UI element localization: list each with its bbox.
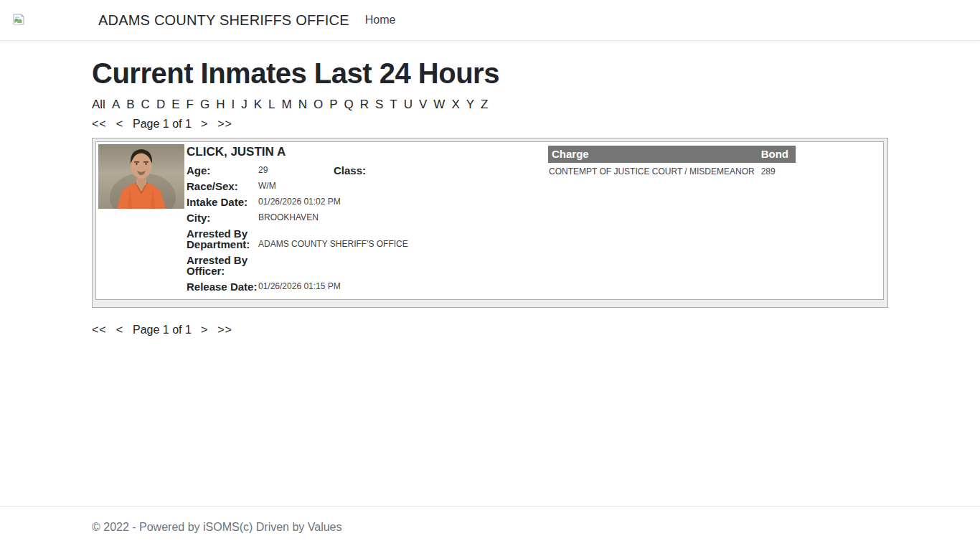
- alpha-link-k[interactable]: K: [254, 98, 262, 112]
- city-value: BROOKHAVEN: [258, 212, 466, 223]
- class-label: Class:: [334, 165, 366, 176]
- age-label: Age:: [187, 165, 258, 176]
- detail-row-intake-date: Intake Date: 01/26/2026 01:02 PM: [187, 197, 548, 207]
- pager-last-button[interactable]: >>: [217, 118, 232, 131]
- detail-row-release-date: Release Date: 01/26/2026 01:15 PM: [187, 281, 548, 292]
- inmate-name[interactable]: CLICK, JUSTIN A: [187, 145, 548, 159]
- pager-last-button-bottom[interactable]: >>: [217, 324, 232, 336]
- detail-row-age: Age: 29 Class:: [187, 165, 548, 176]
- release-date-value: 01/26/2026 01:15 PM: [258, 281, 466, 292]
- top-navbar: ADAMS COUNTY SHERIFFS OFFICE Home: [0, 0, 980, 41]
- arrested-by-officer-label: Arrested By Officer:: [187, 255, 258, 276]
- pager-prev-button-bottom[interactable]: <: [116, 324, 123, 336]
- alpha-link-t[interactable]: T: [390, 98, 397, 112]
- alpha-link-all[interactable]: All: [92, 98, 105, 112]
- age-value: 29: [258, 165, 334, 176]
- alpha-link-s[interactable]: S: [375, 98, 383, 112]
- alpha-link-r[interactable]: R: [360, 98, 369, 112]
- footer-text: © 2022 - Powered by iSOMS(c) Driven by V…: [92, 507, 888, 551]
- pager-first-button[interactable]: <<: [92, 118, 107, 131]
- alpha-link-z[interactable]: Z: [481, 98, 488, 112]
- charges-header-row: Charge Bond: [548, 146, 796, 163]
- intake-date-value: 01/26/2026 01:02 PM: [258, 197, 466, 207]
- inmate-roster-container: CLICK, JUSTIN A Age: 29 Class: Race/Sex:…: [92, 138, 888, 308]
- page-title: Current Inmates Last 24 Hours: [92, 56, 888, 90]
- alpha-link-c[interactable]: C: [141, 98, 150, 112]
- charge-column-header: Charge: [548, 146, 758, 163]
- nav-link-home[interactable]: Home: [365, 14, 396, 27]
- pagination-bottom: << < Page 1 of 1 > >>: [92, 324, 888, 336]
- arrested-by-department-label: Arrested By Department:: [187, 228, 258, 250]
- arrested-by-department-value: ADAMS COUNTY SHERIFF'S OFFICE: [258, 239, 466, 250]
- alpha-link-i[interactable]: I: [231, 98, 235, 112]
- alphabet-filter: All A B C D E F G H I J K L M N O P Q R …: [92, 98, 888, 112]
- alpha-link-y[interactable]: Y: [466, 98, 474, 112]
- alpha-link-d[interactable]: D: [156, 98, 165, 112]
- intake-date-label: Intake Date:: [187, 197, 258, 207]
- alpha-link-h[interactable]: H: [216, 98, 225, 112]
- alpha-link-f[interactable]: F: [187, 98, 194, 112]
- bond-column-header: Bond: [758, 146, 796, 163]
- detail-row-city: City: BROOKHAVEN: [187, 212, 548, 223]
- release-date-label: Release Date:: [187, 281, 258, 292]
- alpha-link-l[interactable]: L: [268, 98, 275, 112]
- alpha-link-o[interactable]: O: [314, 98, 323, 112]
- detail-row-arrested-by-officer: Arrested By Officer:: [187, 255, 548, 276]
- pager-next-button[interactable]: >: [201, 118, 208, 131]
- race-sex-value: W/M: [258, 181, 466, 192]
- pager-status: Page 1 of 1: [133, 118, 192, 131]
- pagination-top: << < Page 1 of 1 > >>: [92, 118, 888, 131]
- pager-status-bottom: Page 1 of 1: [133, 324, 192, 336]
- race-sex-label: Race/Sex:: [187, 181, 258, 192]
- detail-row-race-sex: Race/Sex: W/M: [187, 181, 548, 192]
- alpha-link-m[interactable]: M: [281, 98, 291, 112]
- arrested-by-officer-value: [258, 276, 466, 276]
- main-content: Current Inmates Last 24 Hours All A B C …: [92, 41, 888, 506]
- city-label: City:: [187, 212, 258, 223]
- alpha-link-x[interactable]: X: [451, 98, 459, 112]
- detail-row-arrested-by-department: Arrested By Department: ADAMS COUNTY SHE…: [187, 228, 548, 250]
- charges-table: Charge Bond CONTEMPT OF JUSTICE COURT / …: [548, 146, 796, 178]
- bond-cell: 289: [758, 163, 796, 178]
- charge-row: CONTEMPT OF JUSTICE COURT / MISDEMEANOR …: [548, 163, 796, 178]
- broken-image-icon: [11, 13, 26, 27]
- page-footer: © 2022 - Powered by iSOMS(c) Driven by V…: [0, 506, 980, 551]
- alpha-link-p[interactable]: P: [329, 98, 337, 112]
- alpha-link-g[interactable]: G: [200, 98, 209, 112]
- inmate-info: CLICK, JUSTIN A Age: 29 Class: Race/Sex:…: [187, 144, 548, 297]
- alpha-link-q[interactable]: Q: [344, 98, 353, 112]
- alpha-link-u[interactable]: U: [404, 98, 413, 112]
- alpha-link-v[interactable]: V: [419, 98, 427, 112]
- navbar-brand[interactable]: ADAMS COUNTY SHERIFFS OFFICE: [98, 12, 349, 29]
- alpha-link-a[interactable]: A: [112, 98, 120, 112]
- pager-first-button-bottom[interactable]: <<: [92, 324, 107, 336]
- alpha-link-b[interactable]: B: [126, 98, 134, 112]
- alpha-link-j[interactable]: J: [241, 98, 248, 112]
- pager-next-button-bottom[interactable]: >: [201, 324, 208, 336]
- inmate-mugshot-photo[interactable]: [98, 144, 184, 209]
- alpha-link-e[interactable]: E: [171, 98, 179, 112]
- alpha-link-n[interactable]: N: [298, 98, 307, 112]
- pager-prev-button[interactable]: <: [116, 118, 123, 131]
- charge-cell: CONTEMPT OF JUSTICE COURT / MISDEMEANOR: [548, 163, 758, 178]
- inmate-card: CLICK, JUSTIN A Age: 29 Class: Race/Sex:…: [95, 141, 884, 300]
- charges-table-container: Charge Bond CONTEMPT OF JUSTICE COURT / …: [548, 146, 796, 178]
- alpha-link-w[interactable]: W: [433, 98, 445, 112]
